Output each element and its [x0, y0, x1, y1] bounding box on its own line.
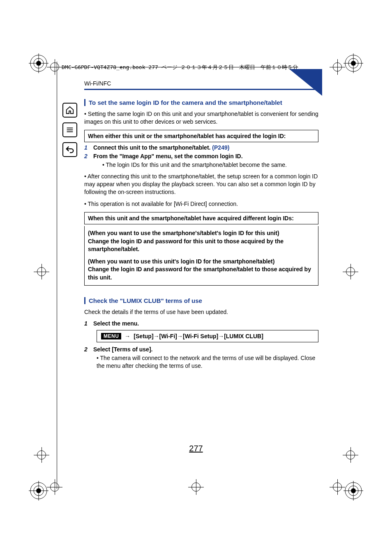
step-text-bold: Select [Terms of use].: [93, 346, 152, 353]
crosshair-icon: [34, 264, 49, 279]
crosshair-icon: [47, 59, 62, 75]
instruction-box: (When you want to use the smartphone's/t…: [84, 226, 318, 286]
heading-same-login: To set the same login ID for the camera …: [84, 99, 318, 106]
step-text: Connect this unit to the smartphone/tabl…: [93, 144, 229, 152]
step-text: Select [Terms of use].: [93, 346, 152, 353]
heading-terms-of-use: Check the "LUMIX CLUB" terms of use: [84, 297, 318, 304]
step-number: 2: [84, 152, 93, 160]
instruction-para-1: (When you want to use the smartphone's/t…: [88, 230, 284, 252]
crosshair-icon: [343, 264, 358, 279]
condition-box-2: When this unit and the smartphone/tablet…: [84, 212, 318, 224]
crosshair-icon: [330, 59, 345, 75]
intro-text: • Setting the same login ID on this unit…: [84, 110, 318, 126]
step-sub-bullet: • The camera will connect to the network…: [84, 354, 318, 370]
section-title: Wi-Fi/NFC: [84, 80, 111, 87]
registration-mark-icon: [29, 481, 48, 501]
registration-mark-icon: [344, 481, 363, 501]
crosshair-icon: [330, 479, 345, 495]
crosshair-icon: [343, 447, 358, 463]
home-icon[interactable]: [62, 103, 77, 118]
condition-box-1: When either this unit or the smartphone/…: [84, 130, 318, 142]
crosshair-icon: [34, 447, 49, 463]
registration-mark-icon: [29, 53, 48, 73]
note-text: • This operation is not available for [W…: [84, 200, 318, 208]
menu-path: [Setup]→[Wi-Fi]→[Wi-Fi Setup]→[LUMIX CLU…: [134, 333, 263, 339]
menu-pill: MENU: [101, 333, 121, 339]
crop-line: [57, 62, 57, 489]
crosshair-icon: [188, 479, 204, 495]
arrow-icon: →: [125, 333, 130, 339]
intro-text: Check the details if the terms of use ha…: [84, 308, 318, 316]
step-text: From the "Image App" menu, set the commo…: [93, 152, 243, 160]
step-sub-bullet: • The login IDs for this unit and the sm…: [84, 161, 318, 169]
step-text-bold: From the "Image App" menu, set the commo…: [93, 153, 243, 159]
step-text-bold: Connect this unit to the smartphone/tabl…: [93, 144, 212, 151]
page-number: 277: [189, 444, 203, 453]
menu-path-box: MENU → [Setup]→[Wi-Fi]→[Wi-Fi Setup]→[LU…: [97, 330, 318, 342]
section-header: Wi-Fi/NFC: [84, 80, 318, 90]
registration-mark-icon: [344, 53, 363, 73]
note-text: • After connecting this unit to the smar…: [84, 173, 318, 196]
step-number: 1: [84, 320, 93, 328]
page-link[interactable]: (P249): [212, 144, 229, 151]
list-icon[interactable]: [62, 122, 77, 137]
step-text-bold: Select the menu.: [93, 320, 139, 327]
step-number: 1: [84, 144, 93, 152]
back-icon[interactable]: [62, 142, 77, 157]
step-text: Select the menu.: [93, 320, 139, 328]
step-number: 2: [84, 346, 93, 353]
instruction-para-2: (When you want to use this unit's login …: [88, 258, 311, 281]
crosshair-icon: [47, 479, 62, 495]
